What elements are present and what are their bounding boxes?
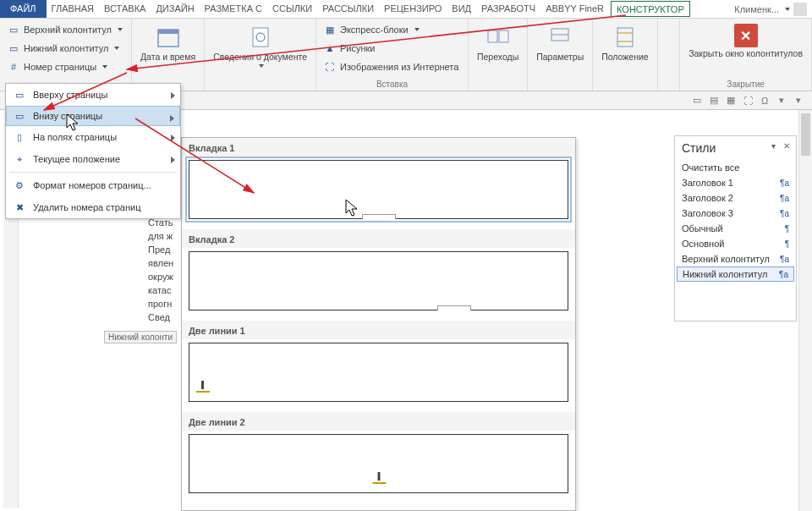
submenu-arrow-icon <box>171 92 175 99</box>
group-transitions: Переходы <box>469 19 528 91</box>
tab-review[interactable]: РЕЦЕНЗИРО <box>379 0 447 18</box>
menu-label: Вверху страницы <box>33 90 107 100</box>
style-row[interactable]: Очистить все <box>675 160 796 175</box>
gallery-item-lines2[interactable] <box>189 434 568 493</box>
current-position-icon: ⌖ <box>13 152 26 166</box>
footer-tag: Нижний колонти <box>104 331 177 343</box>
btn-position[interactable]: Положение <box>596 20 654 66</box>
btn-docinfo[interactable]: Сведения о документе <box>208 20 312 71</box>
gallery-header: Вкладка 2 <box>182 229 575 248</box>
picture-icon: ▲ <box>323 41 337 55</box>
btn-quick-parts[interactable]: ▦ Экспресс-блоки <box>320 20 464 39</box>
menu-page-margins[interactable]: ▯ На полях страницы <box>6 126 180 148</box>
style-row[interactable]: Заголовок 2¶a <box>675 190 796 206</box>
submenu-arrow-icon <box>171 135 175 141</box>
menu-label: Текущее положение <box>33 154 120 164</box>
tab-design[interactable]: ДИЗАЙН <box>151 0 199 18</box>
group-docinfo: Сведения о документе <box>205 19 316 91</box>
footer-preview-icon <box>362 214 396 219</box>
btn-online-pictures[interactable]: ⛶ Изображения из Интернета <box>320 58 464 76</box>
tb-icon[interactable]: ▦ <box>724 94 738 107</box>
account-name: Клименк... <box>734 4 779 14</box>
menu-label: На полях страницы <box>33 132 117 142</box>
ribbon: ▭ Верхний колонтитул ▭ Нижний колонтитул… <box>0 19 812 91</box>
btn-datetime-label: Дата и время <box>140 52 195 63</box>
menu-label: Удалить номера страниц <box>33 202 141 212</box>
quick-parts-icon: ▦ <box>323 23 337 36</box>
chevron-down-icon[interactable]: ▾ <box>792 94 805 107</box>
menu-bottom-of-page[interactable]: ▭ Внизу страницы <box>6 106 180 126</box>
chevron-down-icon[interactable]: ▾ <box>775 94 788 107</box>
tab-home[interactable]: ГЛАВНАЯ <box>47 0 99 18</box>
options-icon <box>546 24 573 51</box>
style-row[interactable]: Заголовок 1¶a <box>675 175 796 190</box>
svg-rect-5 <box>499 30 508 42</box>
group-insert: ▦ Экспресс-блоки ▲ Рисунки ⛶ Изображения… <box>316 19 469 91</box>
style-row[interactable]: Заголовок 3¶a <box>675 206 796 221</box>
gallery-item-tab2[interactable] <box>189 251 568 310</box>
page-number-dropdown: ▭ Вверху страницы ▭ Внизу страницы ▯ На … <box>5 83 181 219</box>
btn-transitions-label: Переходы <box>477 52 518 63</box>
style-row[interactable]: Нижний колонтитул¶a <box>677 266 794 282</box>
menu-current-position[interactable]: ⌖ Текущее положение <box>6 148 180 170</box>
group-header-footer: ▭ Верхний колонтитул ▭ Нижний колонтитул… <box>0 19 132 91</box>
gallery-item-lines1[interactable] <box>189 343 568 402</box>
group-insert-label: Вставка <box>320 80 464 91</box>
gallery-header: Две линии 1 <box>182 321 575 339</box>
menu-top-of-page[interactable]: ▭ Вверху страницы <box>6 84 180 106</box>
btn-footer[interactable]: ▭ Нижний колонтитул <box>3 39 128 58</box>
btn-docinfo-label: Сведения о документе <box>213 52 307 63</box>
style-row[interactable]: Основной¶ <box>675 236 796 251</box>
btn-params[interactable]: Параметры <box>531 20 589 66</box>
tab-constructor[interactable]: КОНСТРУКТОР <box>611 1 690 17</box>
tab-insert[interactable]: ВСТАВКА <box>99 0 151 18</box>
style-row[interactable]: Верхний колонтитул¶a <box>675 251 796 266</box>
gallery-header: Вкладка 1 <box>182 138 575 157</box>
style-name: Верхний колонтитул <box>682 254 770 264</box>
tab-view[interactable]: ВИД <box>447 0 476 18</box>
tb-icon[interactable]: ▭ <box>690 94 704 107</box>
style-name: Заголовок 1 <box>682 178 733 188</box>
style-name: Основной <box>682 239 724 249</box>
vertical-scrollbar[interactable] <box>798 110 812 511</box>
svg-rect-4 <box>488 30 497 42</box>
footer-preview-icon <box>201 381 204 389</box>
pane-close-icon[interactable]: ✕ <box>781 140 793 151</box>
menu-remove-numbers[interactable]: ✖ Удалить номера страниц <box>6 196 180 218</box>
btn-page-number[interactable]: # Номер страницы <box>3 58 128 76</box>
scroll-thumb[interactable] <box>801 113 810 156</box>
style-row[interactable]: Обычный¶ <box>675 221 796 236</box>
avatar <box>793 3 807 16</box>
btn-header[interactable]: ▭ Верхний колонтитул <box>3 20 128 39</box>
close-icon: ✕ <box>734 24 758 47</box>
tb-icon[interactable]: ⛶ <box>741 94 754 107</box>
document-info-icon <box>247 24 274 51</box>
btn-close-hf[interactable]: ✕ Закрыть окно колонтитулов <box>683 20 808 63</box>
calendar-icon <box>155 24 182 51</box>
tab-developer[interactable]: РАЗРАБОТЧ <box>476 0 540 18</box>
tb-icon[interactable]: ▤ <box>707 94 721 107</box>
style-name: Обычный <box>682 223 723 234</box>
btn-page-number-label: Номер страницы <box>24 62 96 72</box>
pane-dropdown-icon[interactable]: ▾ <box>767 140 779 151</box>
menu-label: Внизу страницы <box>33 111 102 121</box>
btn-transitions[interactable]: Переходы <box>472 20 524 66</box>
group-position: Положение <box>593 19 658 91</box>
caret-icon <box>102 65 107 69</box>
menu-format-numbers[interactable]: ⚙ Формат номеров страниц... <box>6 174 180 196</box>
tab-abbyy[interactable]: ABBYY FineR <box>540 0 609 18</box>
tb-icon[interactable]: Ω <box>758 94 771 107</box>
tab-references[interactable]: ССЫЛКИ <box>267 0 317 18</box>
btn-datetime[interactable]: Дата и время <box>135 20 200 66</box>
btn-pictures-label: Рисунки <box>340 43 376 53</box>
gallery-item-tab1[interactable] <box>189 160 568 219</box>
btn-online-pictures-label: Изображения из Интернета <box>340 62 458 72</box>
btn-pictures[interactable]: ▲ Рисунки <box>320 39 464 58</box>
style-name: Заголовок 2 <box>682 193 733 203</box>
svg-rect-8 <box>617 28 633 47</box>
group-datetime: Дата и время <box>132 19 205 91</box>
tab-mailings[interactable]: РАССЫЛКИ <box>317 0 379 18</box>
account-area[interactable]: Клименк... <box>734 0 812 18</box>
tab-file[interactable]: ФАЙЛ <box>0 0 47 18</box>
tab-layout[interactable]: РАЗМЕТКА С <box>200 0 267 18</box>
